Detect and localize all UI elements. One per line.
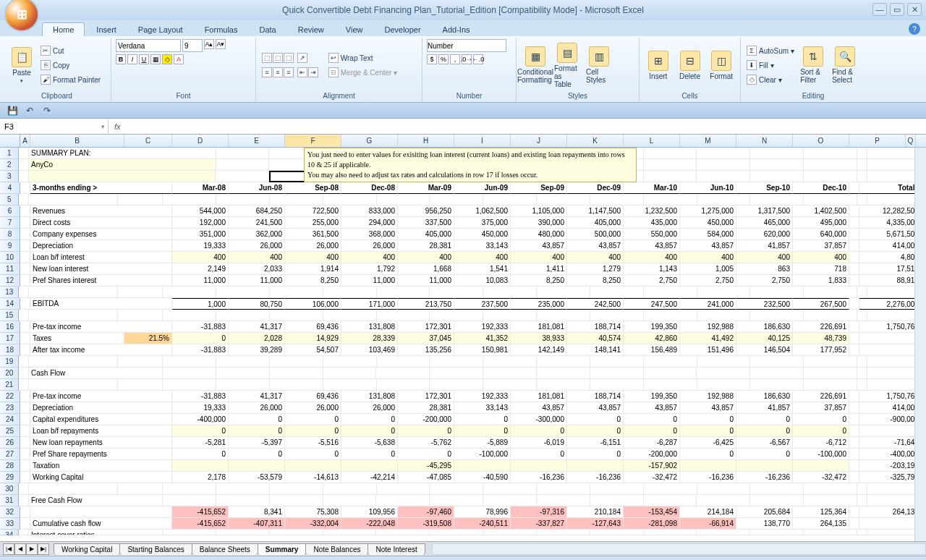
cell[interactable] bbox=[483, 287, 537, 298]
cell[interactable] bbox=[377, 379, 430, 391]
cell[interactable]: 14,929 bbox=[285, 333, 341, 344]
cell[interactable]: 684,250 bbox=[229, 205, 285, 217]
cell[interactable]: 400 bbox=[567, 252, 624, 263]
cell[interactable]: 2,149 bbox=[172, 263, 229, 275]
cell[interactable]: Pre-tax income bbox=[30, 321, 172, 333]
cell[interactable] bbox=[697, 148, 750, 159]
cell[interactable] bbox=[537, 356, 590, 368]
cell[interactable]: 148,141 bbox=[567, 344, 624, 356]
cell[interactable]: 28,381 bbox=[398, 402, 454, 414]
first-sheet-button[interactable]: |◀ bbox=[3, 543, 14, 555]
cell[interactable]: Dec-09 bbox=[567, 182, 624, 194]
cell[interactable] bbox=[29, 171, 216, 182]
cell[interactable] bbox=[20, 402, 30, 414]
cell[interactable] bbox=[644, 530, 697, 535]
cell[interactable] bbox=[483, 495, 537, 506]
cell[interactable]: 1,147,500 bbox=[567, 205, 624, 217]
cell[interactable] bbox=[849, 518, 859, 530]
column-header-M[interactable]: M bbox=[680, 135, 736, 147]
cell[interactable]: 0 bbox=[285, 449, 341, 460]
cell[interactable] bbox=[857, 194, 867, 205]
cut-button[interactable]: ✂Cut bbox=[39, 44, 102, 57]
cell[interactable] bbox=[483, 483, 537, 495]
cell[interactable]: 400 bbox=[341, 252, 398, 263]
cell[interactable]: 26,000 bbox=[285, 240, 341, 252]
cell[interactable]: -5,397 bbox=[229, 437, 285, 449]
cell[interactable] bbox=[270, 368, 323, 379]
cell[interactable] bbox=[590, 356, 644, 368]
cell[interactable]: 0 bbox=[172, 333, 229, 344]
cell[interactable]: -300,000 bbox=[511, 414, 567, 425]
column-header-O[interactable]: O bbox=[793, 135, 849, 147]
cell[interactable]: 54,507 bbox=[285, 344, 341, 356]
format-painter-button[interactable]: 🖌Format Painter bbox=[39, 73, 102, 86]
cell[interactable]: 1,062,500 bbox=[454, 205, 511, 217]
cell[interactable] bbox=[216, 171, 269, 182]
cell[interactable] bbox=[19, 287, 29, 298]
cell[interactable] bbox=[750, 171, 804, 182]
cell[interactable]: 11,000 bbox=[172, 275, 229, 287]
cell[interactable]: Pref Shares interest bbox=[30, 275, 172, 287]
cell[interactable]: 37,857 bbox=[793, 402, 849, 414]
cell[interactable] bbox=[590, 483, 644, 495]
cell[interactable]: Cash Flow bbox=[29, 368, 163, 379]
cell[interactable]: 5,671,500 bbox=[859, 229, 922, 240]
cell[interactable]: 39,289 bbox=[229, 344, 285, 356]
cell[interactable] bbox=[849, 182, 859, 194]
cell[interactable]: 0 bbox=[285, 425, 341, 437]
cell[interactable] bbox=[20, 344, 30, 356]
column-header-L[interactable]: L bbox=[624, 135, 680, 147]
cell[interactable]: Cumulative cash flow bbox=[30, 518, 172, 530]
align-center-icon[interactable]: ≡ bbox=[273, 67, 283, 77]
cell[interactable]: Revenues bbox=[30, 205, 172, 217]
cell[interactable] bbox=[849, 263, 859, 275]
cell[interactable]: -203,198 bbox=[859, 460, 922, 472]
column-header-I[interactable]: I bbox=[454, 135, 511, 147]
cell[interactable]: 8,250 bbox=[285, 275, 341, 287]
cell[interactable] bbox=[323, 310, 377, 321]
cell[interactable]: 188,714 bbox=[567, 321, 624, 333]
prev-sheet-button[interactable]: ◀ bbox=[14, 543, 26, 555]
cell[interactable]: 0 bbox=[454, 425, 511, 437]
cell[interactable]: 80,750 bbox=[229, 298, 285, 310]
cell[interactable]: 11,000 bbox=[341, 275, 398, 287]
cell[interactable] bbox=[849, 229, 859, 240]
cell[interactable] bbox=[29, 379, 118, 391]
cell[interactable] bbox=[216, 310, 270, 321]
cell[interactable]: -127,643 bbox=[567, 518, 624, 530]
cell[interactable] bbox=[216, 379, 270, 391]
cell[interactable]: 0 bbox=[511, 425, 567, 437]
cell[interactable]: 0 bbox=[229, 414, 285, 425]
cell[interactable]: 186,630 bbox=[736, 321, 793, 333]
cell[interactable] bbox=[270, 495, 323, 506]
cell[interactable]: 4,800 bbox=[859, 252, 922, 263]
cell[interactable]: Company expenses bbox=[30, 229, 172, 240]
cell[interactable]: 1,833 bbox=[793, 275, 849, 287]
cell[interactable] bbox=[859, 333, 922, 344]
cell[interactable]: SUMMARY PLAN: bbox=[29, 148, 216, 159]
cell[interactable] bbox=[19, 148, 29, 159]
cell[interactable] bbox=[30, 506, 172, 518]
cell[interactable]: Dec-10 bbox=[793, 182, 849, 194]
cell[interactable] bbox=[644, 495, 697, 506]
cell[interactable]: 0 bbox=[736, 414, 793, 425]
cell[interactable] bbox=[804, 379, 857, 391]
cell[interactable] bbox=[377, 194, 430, 205]
cell[interactable]: 26,000 bbox=[285, 402, 341, 414]
column-header-B[interactable]: B bbox=[30, 135, 124, 147]
cell[interactable]: 33,143 bbox=[454, 402, 511, 414]
cell[interactable]: -240,511 bbox=[454, 518, 511, 530]
cell[interactable]: 550,000 bbox=[624, 229, 680, 240]
cell[interactable]: -5,889 bbox=[454, 437, 511, 449]
cell[interactable]: 414,000 bbox=[859, 402, 922, 414]
row-header[interactable]: 14 bbox=[0, 298, 20, 310]
cell[interactable] bbox=[20, 229, 30, 240]
cell[interactable] bbox=[163, 287, 216, 298]
cell[interactable] bbox=[19, 194, 29, 205]
cell[interactable]: 4,335,000 bbox=[859, 217, 922, 229]
cell[interactable] bbox=[377, 287, 430, 298]
increase-font-icon[interactable]: A▴ bbox=[204, 39, 214, 49]
cell[interactable] bbox=[270, 379, 323, 391]
maximize-button[interactable]: ▭ bbox=[890, 3, 904, 16]
currency-icon[interactable]: $ bbox=[427, 54, 437, 64]
